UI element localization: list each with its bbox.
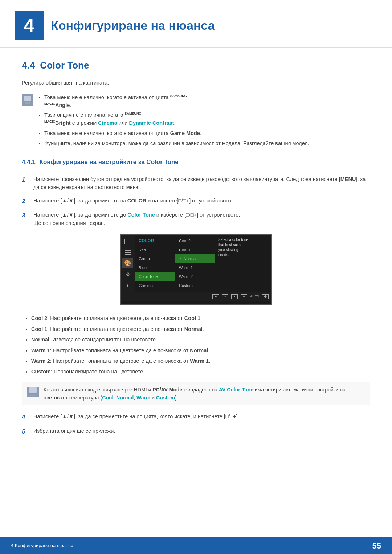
submenu-custom: Custom bbox=[175, 281, 215, 290]
check-icon: ✓ bbox=[179, 256, 182, 262]
footer-chapter-label: 4 Конфигуриране на нюанса bbox=[11, 542, 73, 549]
step-1-text: Натиснете произволен бутон отпред на уст… bbox=[33, 175, 370, 192]
menu-icon-info: i bbox=[122, 280, 133, 290]
step-2: 2 Натиснете [▲/▼], за да преминете на CO… bbox=[22, 197, 370, 206]
step-3: 3 Натиснете [▲/▼], за да преминете до Co… bbox=[22, 211, 370, 227]
submenu-warm1: Warm 1 bbox=[175, 263, 215, 272]
note-item-2: Тази опция не е налична, когато SAMSUNGM… bbox=[44, 111, 309, 127]
nav-left-btn: ◄ bbox=[212, 294, 219, 299]
step-2-text: Натиснете [▲/▼], за да преминете на COLO… bbox=[33, 197, 370, 205]
display-icon bbox=[124, 239, 131, 244]
tooltip-text: Select a color tone that best suits your… bbox=[218, 238, 248, 257]
menu-header: COLOR bbox=[135, 237, 175, 246]
section-description: Регулира общия цвят на картината. bbox=[22, 79, 370, 87]
chapter-number: 4 bbox=[15, 11, 44, 40]
note-item-3: Това меню не е налично, когато е активна… bbox=[44, 130, 309, 138]
step-5-number: 5 bbox=[22, 427, 30, 436]
menu-icon-list bbox=[122, 247, 133, 258]
chapter-header: 4 Конфигуриране на нюанса bbox=[0, 0, 392, 48]
menu-icon-color: 🎨 bbox=[122, 258, 133, 268]
screen-body: 🎨 ⚙ i COLOR Red Green Blue Color Tone bbox=[121, 235, 271, 292]
screen-mockup: 🎨 ⚙ i COLOR Red Green Blue Color Tone bbox=[120, 234, 272, 305]
section-heading: 4.4 Color Tone bbox=[22, 58, 370, 73]
gear-icon: ⚙ bbox=[126, 271, 130, 278]
nav-enter-btn: ↵ bbox=[241, 294, 247, 299]
subsection-title: Конфигуриране на настройките за Color To… bbox=[40, 159, 179, 165]
note-items: Това меню не е налично, когато е активна… bbox=[38, 94, 309, 150]
menu-item-gamma: Gamma bbox=[135, 281, 175, 290]
auto-btn-label: AUTO bbox=[250, 294, 259, 299]
options-bullet-list: Cool 2: Настройвате топлината на цветове… bbox=[22, 314, 370, 376]
palette-icon: 🎨 bbox=[124, 259, 131, 268]
step-4: 4 Натиснете [▲/▼], за да се преместите н… bbox=[22, 413, 370, 422]
submenu-cool2: Cool 2 bbox=[175, 237, 215, 246]
steps-end-list: 4 Натиснете [▲/▼], за да се преместите н… bbox=[22, 413, 370, 436]
main-content: 4.4 Color Tone Регулира общия цвят на ка… bbox=[0, 58, 392, 472]
bullet-warm2: Warm 2: Настройвате топлината на цветове… bbox=[31, 357, 370, 365]
tooltip-panel: Select a color tone that best suits your… bbox=[215, 235, 251, 292]
step-1-number: 1 bbox=[22, 175, 30, 185]
section-title: Color Tone bbox=[40, 58, 89, 73]
bullet-custom: Custom: Персонализирате тона на цветовет… bbox=[31, 368, 370, 376]
notes-box: Това меню не е налично, когато е активна… bbox=[22, 94, 370, 150]
step-4-text: Натиснете [▲/▼], за да се преместите на … bbox=[33, 413, 370, 420]
menu-icon-display bbox=[122, 237, 133, 247]
menu-item-green: Green bbox=[135, 254, 175, 263]
menu-panel: COLOR Red Green Blue Color Tone Gamma bbox=[135, 235, 175, 292]
note-item-4: Функциите, налични за монитора, може да … bbox=[44, 140, 309, 148]
note2-text: Когато външният вход е свързан чрез HDMI… bbox=[44, 386, 365, 402]
step-2-number: 2 bbox=[22, 197, 30, 206]
bullet-normal: Normal: Извежда се стандартния тон на цв… bbox=[31, 336, 370, 344]
menu-item-red: Red bbox=[135, 246, 175, 255]
note2-icon bbox=[27, 387, 39, 397]
screen-bottom-bar: ◄ ▼ ▲ ↵ AUTO ⏻ bbox=[121, 292, 271, 301]
screen-mockup-container: 🎨 ⚙ i COLOR Red Green Blue Color Tone bbox=[22, 234, 370, 305]
footer-page-number: 55 bbox=[372, 540, 381, 552]
step-3-number: 3 bbox=[22, 211, 30, 220]
menu-item-colortone: Color Tone bbox=[135, 272, 175, 281]
subsection-number: 4.4.1 bbox=[22, 159, 36, 165]
menu-icon-gear: ⚙ bbox=[122, 269, 133, 279]
power-btn: ⏻ bbox=[262, 294, 269, 299]
section-number: 4.4 bbox=[22, 58, 35, 73]
info-icon: i bbox=[127, 282, 128, 289]
step-3-text: Натиснете [▲/▼], за да преминете до Colo… bbox=[33, 211, 370, 227]
nav-up-btn: ▲ bbox=[231, 294, 238, 299]
bullet-cool1: Cool 1: Настройвате топлината на цветове… bbox=[31, 325, 370, 333]
bullet-cool2: Cool 2: Настройвате топлината на цветове… bbox=[31, 314, 370, 322]
menu-item-blue: Blue bbox=[135, 263, 175, 272]
page-footer: 4 Конфигуриране на нюанса 55 bbox=[0, 537, 392, 554]
step-4-number: 4 bbox=[22, 413, 30, 422]
submenu-warm2: Warm 2 bbox=[175, 272, 215, 281]
submenu-normal: ✓Normal bbox=[175, 254, 215, 263]
submenu-panel: Cool 2 Cool 1 ✓Normal Warm 1 Warm 2 Cust… bbox=[175, 235, 215, 292]
step-1: 1 Натиснете произволен бутон отпред на у… bbox=[22, 175, 370, 192]
lines-icon bbox=[125, 250, 131, 255]
note-icon bbox=[22, 94, 33, 106]
menu-icons-sidebar: 🎨 ⚙ i bbox=[121, 235, 135, 292]
nav-down-btn: ▼ bbox=[222, 294, 228, 299]
step-5: 5 Избраната опция ще се приложи. bbox=[22, 427, 370, 436]
note2-box: Когато външният вход е свързан чрез HDMI… bbox=[22, 382, 370, 405]
submenu-cool1: Cool 1 bbox=[175, 246, 215, 255]
chapter-title: Конфигуриране на нюанса bbox=[51, 16, 215, 35]
note-item-1: Това меню не е налично, когато е активна… bbox=[44, 94, 309, 110]
step-5-text: Избраната опция ще се приложи. bbox=[33, 427, 370, 435]
subsection-heading: 4.4.1 Конфигуриране на настройките за Co… bbox=[22, 157, 370, 169]
bullet-warm1: Warm 1: Настройвате топлината на цветове… bbox=[31, 346, 370, 354]
steps-list: 1 Натиснете произволен бутон отпред на у… bbox=[22, 175, 370, 227]
